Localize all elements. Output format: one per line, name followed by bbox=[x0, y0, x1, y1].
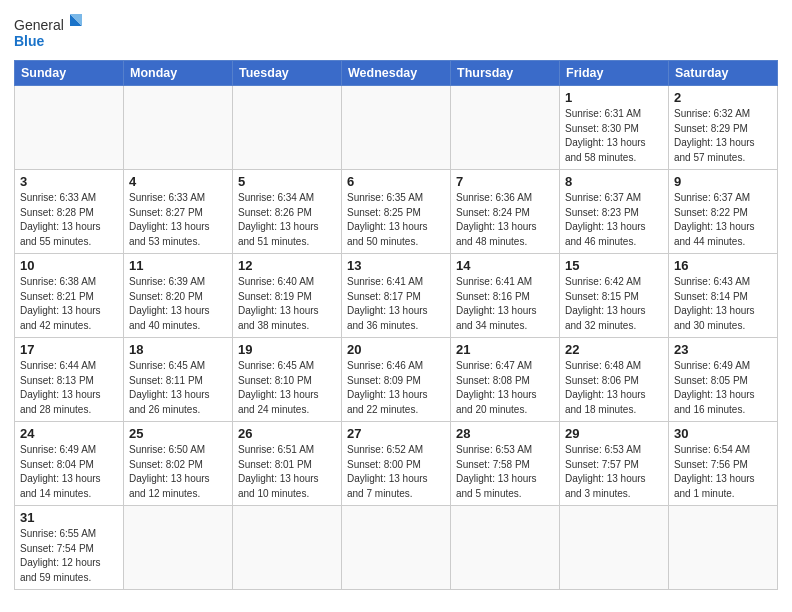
day-info: Sunrise: 6:33 AM Sunset: 8:28 PM Dayligh… bbox=[20, 191, 118, 249]
calendar-cell bbox=[342, 506, 451, 590]
day-number: 30 bbox=[674, 426, 772, 441]
day-number: 15 bbox=[565, 258, 663, 273]
weekday-header-wednesday: Wednesday bbox=[342, 61, 451, 86]
calendar-cell: 2Sunrise: 6:32 AM Sunset: 8:29 PM Daylig… bbox=[669, 86, 778, 170]
day-number: 10 bbox=[20, 258, 118, 273]
calendar-cell: 13Sunrise: 6:41 AM Sunset: 8:17 PM Dayli… bbox=[342, 254, 451, 338]
week-row-1: 1Sunrise: 6:31 AM Sunset: 8:30 PM Daylig… bbox=[15, 86, 778, 170]
day-info: Sunrise: 6:37 AM Sunset: 8:22 PM Dayligh… bbox=[674, 191, 772, 249]
day-info: Sunrise: 6:35 AM Sunset: 8:25 PM Dayligh… bbox=[347, 191, 445, 249]
calendar-cell: 30Sunrise: 6:54 AM Sunset: 7:56 PM Dayli… bbox=[669, 422, 778, 506]
day-number: 12 bbox=[238, 258, 336, 273]
day-number: 25 bbox=[129, 426, 227, 441]
day-info: Sunrise: 6:41 AM Sunset: 8:16 PM Dayligh… bbox=[456, 275, 554, 333]
calendar-cell bbox=[124, 506, 233, 590]
day-info: Sunrise: 6:54 AM Sunset: 7:56 PM Dayligh… bbox=[674, 443, 772, 501]
day-info: Sunrise: 6:41 AM Sunset: 8:17 PM Dayligh… bbox=[347, 275, 445, 333]
day-info: Sunrise: 6:49 AM Sunset: 8:04 PM Dayligh… bbox=[20, 443, 118, 501]
calendar-cell bbox=[451, 506, 560, 590]
day-number: 27 bbox=[347, 426, 445, 441]
calendar-cell: 26Sunrise: 6:51 AM Sunset: 8:01 PM Dayli… bbox=[233, 422, 342, 506]
day-number: 6 bbox=[347, 174, 445, 189]
calendar-cell: 8Sunrise: 6:37 AM Sunset: 8:23 PM Daylig… bbox=[560, 170, 669, 254]
day-number: 23 bbox=[674, 342, 772, 357]
day-number: 11 bbox=[129, 258, 227, 273]
calendar-cell bbox=[669, 506, 778, 590]
week-row-3: 10Sunrise: 6:38 AM Sunset: 8:21 PM Dayli… bbox=[15, 254, 778, 338]
day-info: Sunrise: 6:33 AM Sunset: 8:27 PM Dayligh… bbox=[129, 191, 227, 249]
calendar-cell bbox=[342, 86, 451, 170]
day-number: 20 bbox=[347, 342, 445, 357]
logo: GeneralBlue bbox=[14, 10, 84, 54]
day-number: 2 bbox=[674, 90, 772, 105]
day-number: 24 bbox=[20, 426, 118, 441]
day-number: 18 bbox=[129, 342, 227, 357]
calendar-cell: 28Sunrise: 6:53 AM Sunset: 7:58 PM Dayli… bbox=[451, 422, 560, 506]
calendar-cell bbox=[560, 506, 669, 590]
calendar-cell: 9Sunrise: 6:37 AM Sunset: 8:22 PM Daylig… bbox=[669, 170, 778, 254]
week-row-5: 24Sunrise: 6:49 AM Sunset: 8:04 PM Dayli… bbox=[15, 422, 778, 506]
day-number: 19 bbox=[238, 342, 336, 357]
day-number: 5 bbox=[238, 174, 336, 189]
week-row-4: 17Sunrise: 6:44 AM Sunset: 8:13 PM Dayli… bbox=[15, 338, 778, 422]
day-info: Sunrise: 6:37 AM Sunset: 8:23 PM Dayligh… bbox=[565, 191, 663, 249]
day-info: Sunrise: 6:45 AM Sunset: 8:10 PM Dayligh… bbox=[238, 359, 336, 417]
day-info: Sunrise: 6:39 AM Sunset: 8:20 PM Dayligh… bbox=[129, 275, 227, 333]
calendar-cell: 4Sunrise: 6:33 AM Sunset: 8:27 PM Daylig… bbox=[124, 170, 233, 254]
day-number: 9 bbox=[674, 174, 772, 189]
day-number: 31 bbox=[20, 510, 118, 525]
weekday-header-thursday: Thursday bbox=[451, 61, 560, 86]
day-info: Sunrise: 6:31 AM Sunset: 8:30 PM Dayligh… bbox=[565, 107, 663, 165]
calendar-cell: 31Sunrise: 6:55 AM Sunset: 7:54 PM Dayli… bbox=[15, 506, 124, 590]
calendar-cell bbox=[124, 86, 233, 170]
week-row-2: 3Sunrise: 6:33 AM Sunset: 8:28 PM Daylig… bbox=[15, 170, 778, 254]
day-info: Sunrise: 6:53 AM Sunset: 7:58 PM Dayligh… bbox=[456, 443, 554, 501]
calendar-cell bbox=[15, 86, 124, 170]
day-info: Sunrise: 6:32 AM Sunset: 8:29 PM Dayligh… bbox=[674, 107, 772, 165]
weekday-header-row: SundayMondayTuesdayWednesdayThursdayFrid… bbox=[15, 61, 778, 86]
day-info: Sunrise: 6:34 AM Sunset: 8:26 PM Dayligh… bbox=[238, 191, 336, 249]
calendar-cell: 19Sunrise: 6:45 AM Sunset: 8:10 PM Dayli… bbox=[233, 338, 342, 422]
day-info: Sunrise: 6:48 AM Sunset: 8:06 PM Dayligh… bbox=[565, 359, 663, 417]
day-number: 26 bbox=[238, 426, 336, 441]
calendar-cell: 14Sunrise: 6:41 AM Sunset: 8:16 PM Dayli… bbox=[451, 254, 560, 338]
day-info: Sunrise: 6:45 AM Sunset: 8:11 PM Dayligh… bbox=[129, 359, 227, 417]
day-info: Sunrise: 6:53 AM Sunset: 7:57 PM Dayligh… bbox=[565, 443, 663, 501]
svg-text:General: General bbox=[14, 17, 64, 33]
day-info: Sunrise: 6:40 AM Sunset: 8:19 PM Dayligh… bbox=[238, 275, 336, 333]
calendar-cell: 1Sunrise: 6:31 AM Sunset: 8:30 PM Daylig… bbox=[560, 86, 669, 170]
calendar-cell bbox=[451, 86, 560, 170]
day-number: 16 bbox=[674, 258, 772, 273]
day-number: 29 bbox=[565, 426, 663, 441]
day-info: Sunrise: 6:55 AM Sunset: 7:54 PM Dayligh… bbox=[20, 527, 118, 585]
calendar-cell: 12Sunrise: 6:40 AM Sunset: 8:19 PM Dayli… bbox=[233, 254, 342, 338]
calendar-cell: 17Sunrise: 6:44 AM Sunset: 8:13 PM Dayli… bbox=[15, 338, 124, 422]
day-info: Sunrise: 6:43 AM Sunset: 8:14 PM Dayligh… bbox=[674, 275, 772, 333]
day-number: 3 bbox=[20, 174, 118, 189]
day-info: Sunrise: 6:36 AM Sunset: 8:24 PM Dayligh… bbox=[456, 191, 554, 249]
calendar-cell: 29Sunrise: 6:53 AM Sunset: 7:57 PM Dayli… bbox=[560, 422, 669, 506]
day-number: 17 bbox=[20, 342, 118, 357]
calendar-cell: 10Sunrise: 6:38 AM Sunset: 8:21 PM Dayli… bbox=[15, 254, 124, 338]
day-info: Sunrise: 6:50 AM Sunset: 8:02 PM Dayligh… bbox=[129, 443, 227, 501]
calendar-cell bbox=[233, 86, 342, 170]
svg-text:Blue: Blue bbox=[14, 33, 45, 49]
day-info: Sunrise: 6:51 AM Sunset: 8:01 PM Dayligh… bbox=[238, 443, 336, 501]
day-number: 8 bbox=[565, 174, 663, 189]
day-number: 4 bbox=[129, 174, 227, 189]
calendar-cell: 5Sunrise: 6:34 AM Sunset: 8:26 PM Daylig… bbox=[233, 170, 342, 254]
calendar-cell: 21Sunrise: 6:47 AM Sunset: 8:08 PM Dayli… bbox=[451, 338, 560, 422]
weekday-header-monday: Monday bbox=[124, 61, 233, 86]
calendar-cell: 7Sunrise: 6:36 AM Sunset: 8:24 PM Daylig… bbox=[451, 170, 560, 254]
week-row-6: 31Sunrise: 6:55 AM Sunset: 7:54 PM Dayli… bbox=[15, 506, 778, 590]
calendar-cell: 24Sunrise: 6:49 AM Sunset: 8:04 PM Dayli… bbox=[15, 422, 124, 506]
day-info: Sunrise: 6:44 AM Sunset: 8:13 PM Dayligh… bbox=[20, 359, 118, 417]
calendar-cell: 25Sunrise: 6:50 AM Sunset: 8:02 PM Dayli… bbox=[124, 422, 233, 506]
weekday-header-friday: Friday bbox=[560, 61, 669, 86]
calendar-cell: 11Sunrise: 6:39 AM Sunset: 8:20 PM Dayli… bbox=[124, 254, 233, 338]
day-info: Sunrise: 6:38 AM Sunset: 8:21 PM Dayligh… bbox=[20, 275, 118, 333]
day-number: 1 bbox=[565, 90, 663, 105]
generalblue-logo-icon: GeneralBlue bbox=[14, 10, 84, 54]
calendar-cell: 15Sunrise: 6:42 AM Sunset: 8:15 PM Dayli… bbox=[560, 254, 669, 338]
calendar-cell bbox=[233, 506, 342, 590]
